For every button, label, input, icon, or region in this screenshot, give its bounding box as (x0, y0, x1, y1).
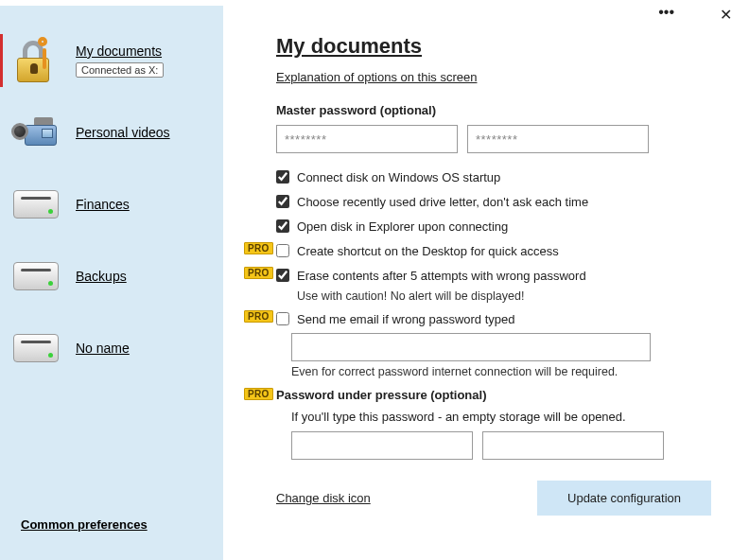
pressure-password-desc: If you'll type this password - an empty … (291, 410, 711, 424)
desktop-shortcut-label: Create shortcut on the Desktop for quick… (297, 244, 559, 258)
connect-startup-label: Connect disk on Windows OS startup (297, 170, 500, 184)
sidebar-item-no-name[interactable]: No name (0, 312, 223, 384)
sidebar-item-label: My documents (76, 44, 162, 59)
sidebar-item-finances[interactable]: Finances (0, 168, 223, 240)
disk-icon (11, 325, 61, 371)
master-password-input[interactable] (276, 125, 458, 153)
sidebar-item-label: No name (76, 341, 130, 356)
pro-badge: PRO (244, 388, 273, 400)
pro-badge: PRO (244, 310, 273, 323)
email-input[interactable] (291, 333, 651, 361)
update-configuration-button[interactable]: Update configuration (537, 481, 711, 516)
connect-startup-checkbox[interactable] (276, 170, 289, 184)
open-explorer-label: Open disk in Explorer upon connecting (297, 219, 508, 234)
more-menu-icon[interactable]: ••• (658, 4, 674, 21)
camcorder-icon (11, 110, 61, 155)
pressure-password-confirm-input[interactable] (482, 431, 664, 460)
lock-icon (11, 38, 61, 83)
erase-attempts-checkbox[interactable] (276, 269, 289, 282)
pressure-password-label: Password under pressure (optional) (276, 388, 711, 402)
sidebar-item-label: Finances (76, 197, 130, 212)
sidebar-item-personal-videos[interactable]: Personal videos (0, 96, 223, 168)
erase-caution-text: Use with caution! No alert will be displ… (297, 289, 711, 303)
pro-badge: PRO (244, 267, 273, 279)
recent-letter-label: Choose recently used drive letter, don't… (297, 195, 588, 209)
pro-badge: PRO (244, 242, 273, 254)
sidebar: My documents Connected as X: Personal vi… (0, 6, 223, 560)
disk-icon (11, 254, 61, 299)
change-disk-icon-link[interactable]: Change disk icon (276, 491, 371, 505)
desktop-shortcut-checkbox[interactable] (276, 244, 289, 257)
sidebar-item-label: Backups (76, 269, 127, 284)
close-icon[interactable]: ✕ (720, 6, 732, 24)
open-explorer-checkbox[interactable] (276, 219, 289, 233)
common-preferences-link[interactable]: Common preferences (21, 517, 148, 532)
recent-letter-checkbox[interactable] (276, 195, 289, 208)
master-password-confirm-input[interactable] (467, 125, 649, 153)
sidebar-item-backups[interactable]: Backups (0, 240, 223, 312)
sidebar-item-my-documents[interactable]: My documents Connected as X: (0, 25, 223, 96)
main-panel: My documents Explanation of options on t… (223, 6, 749, 560)
page-title: My documents (276, 34, 711, 59)
send-email-label: Send me email if wrong password typed (297, 312, 515, 326)
connected-badge: Connected as X: (76, 62, 164, 78)
email-hint-text: Even for correct password internet conne… (291, 365, 711, 378)
sidebar-item-label: Personal videos (76, 125, 170, 140)
send-email-checkbox[interactable] (276, 312, 289, 325)
disk-icon (11, 182, 61, 227)
pressure-password-input[interactable] (291, 431, 473, 460)
master-password-label: Master password (optional) (276, 103, 711, 117)
explanation-link[interactable]: Explanation of options on this screen (276, 70, 477, 84)
erase-attempts-label: Erase contents after 5 attempts with wro… (297, 269, 586, 283)
